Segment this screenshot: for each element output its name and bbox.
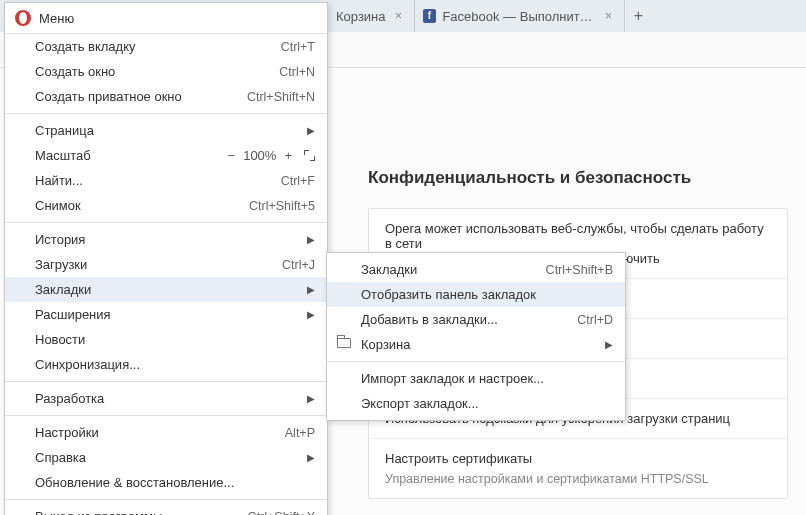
menu-item-label: Корзина <box>361 337 411 352</box>
settings-intro-line1: Opera может использовать веб-службы, что… <box>385 221 771 251</box>
menu-item-label: Разработка <box>35 391 104 406</box>
menu-item-label: Синхронизация... <box>35 357 140 372</box>
opera-icon <box>15 10 31 26</box>
menu-item-label: Создать приватное окно <box>35 89 182 104</box>
submenu-import[interactable]: Импорт закладок и настроек... <box>327 366 625 391</box>
tab-2[interactable]: f Facebook — Выполните в × <box>415 0 625 32</box>
tab-2-label: Facebook — Выполните в <box>442 9 595 24</box>
section-heading: Конфиденциальность и безопасность <box>368 168 788 188</box>
menu-find[interactable]: Найти... Ctrl+F <box>5 168 327 193</box>
zoom-value: 100% <box>243 148 276 163</box>
menu-item-label: Найти... <box>35 173 83 188</box>
menu-separator <box>5 499 327 500</box>
menu-developer[interactable]: Разработка ▶ <box>5 386 327 411</box>
chevron-right-icon: ▶ <box>307 309 315 320</box>
submenu-trash[interactable]: Корзина ▶ <box>327 332 625 357</box>
menu-item-label: Загрузки <box>35 257 87 272</box>
menu-item-label: Закладки <box>361 262 417 277</box>
menu-page[interactable]: Страница ▶ <box>5 118 327 143</box>
menu-item-label: Экспорт закладок... <box>361 396 479 411</box>
settings-row-certs-sub: Управление настройками и сертификатами H… <box>369 468 787 498</box>
chevron-right-icon: ▶ <box>307 125 315 136</box>
menu-item-shortcut: Ctrl+Shift+N <box>247 90 315 104</box>
fullscreen-icon[interactable] <box>304 150 315 161</box>
facebook-icon: f <box>423 9 437 23</box>
menu-item-label: Страница <box>35 123 94 138</box>
chevron-right-icon: ▶ <box>307 284 315 295</box>
menu-header[interactable]: Меню <box>5 3 327 34</box>
menu-new-window[interactable]: Создать окно Ctrl+N <box>5 59 327 84</box>
menu-item-label: Отобразить панель закладок <box>361 287 536 302</box>
menu-item-shortcut: Ctrl+F <box>281 174 315 188</box>
menu-item-label: Новости <box>35 332 85 347</box>
menu-item-shortcut: Alt+P <box>285 426 315 440</box>
menu-separator <box>5 222 327 223</box>
menu-item-label: Снимок <box>35 198 81 213</box>
menu-snapshot[interactable]: Снимок Ctrl+Shift+5 <box>5 193 327 218</box>
zoom-controls: − 100% + <box>228 148 315 163</box>
folder-icon <box>337 338 351 348</box>
close-icon[interactable]: × <box>602 9 616 23</box>
menu-item-label: История <box>35 232 85 247</box>
main-menu: Меню Создать вкладку Ctrl+T Создать окно… <box>4 2 328 515</box>
tab-1-label: Корзина <box>336 9 386 24</box>
submenu-bookmarks[interactable]: Закладки Ctrl+Shift+B <box>327 257 625 282</box>
menu-update[interactable]: Обновление & восстановление... <box>5 470 327 495</box>
menu-title: Меню <box>39 11 74 26</box>
menu-item-label: Расширения <box>35 307 111 322</box>
menu-exit[interactable]: Выход из программы Ctrl+Shift+X <box>5 504 327 515</box>
menu-item-label: Закладки <box>35 282 91 297</box>
menu-item-label: Справка <box>35 450 86 465</box>
menu-downloads[interactable]: Загрузки Ctrl+J <box>5 252 327 277</box>
zoom-in-button[interactable]: + <box>284 148 292 163</box>
bookmarks-submenu: Закладки Ctrl+Shift+B Отобразить панель … <box>326 252 626 421</box>
menu-item-shortcut: Ctrl+Shift+X <box>248 510 315 516</box>
submenu-export[interactable]: Экспорт закладок... <box>327 391 625 416</box>
menu-item-label: Создать окно <box>35 64 115 79</box>
menu-item-shortcut: Ctrl+N <box>279 65 315 79</box>
menu-item-shortcut: Ctrl+J <box>282 258 315 272</box>
menu-separator <box>5 381 327 382</box>
menu-item-label: Импорт закладок и настроек... <box>361 371 544 386</box>
chevron-right-icon: ▶ <box>605 339 613 350</box>
menu-item-shortcut: Ctrl+Shift+B <box>546 263 613 277</box>
menu-item-label: Выход из программы <box>35 509 162 515</box>
close-icon[interactable]: × <box>392 9 406 23</box>
menu-settings[interactable]: Настройки Alt+P <box>5 420 327 445</box>
tab-1[interactable]: Корзина × <box>328 0 415 32</box>
chevron-right-icon: ▶ <box>307 393 315 404</box>
submenu-add-bookmark[interactable]: Добавить в закладки... Ctrl+D <box>327 307 625 332</box>
menu-history[interactable]: История ▶ <box>5 227 327 252</box>
menu-new-tab[interactable]: Создать вкладку Ctrl+T <box>5 34 327 59</box>
menu-item-label: Добавить в закладки... <box>361 312 498 327</box>
menu-separator <box>327 361 625 362</box>
menu-separator <box>5 113 327 114</box>
menu-new-private-window[interactable]: Создать приватное окно Ctrl+Shift+N <box>5 84 327 109</box>
menu-item-label: Обновление & восстановление... <box>35 475 234 490</box>
menu-item-label: Настройки <box>35 425 99 440</box>
zoom-out-button[interactable]: − <box>228 148 236 163</box>
menu-extensions[interactable]: Расширения ▶ <box>5 302 327 327</box>
settings-row-certs[interactable]: Настроить сертификаты <box>369 438 787 468</box>
menu-item-shortcut: Ctrl+D <box>577 313 613 327</box>
menu-item-shortcut: Ctrl+T <box>281 40 315 54</box>
menu-news[interactable]: Новости <box>5 327 327 352</box>
menu-separator <box>5 415 327 416</box>
menu-zoom[interactable]: Масштаб − 100% + <box>5 143 327 168</box>
menu-item-label: Создать вкладку <box>35 39 136 54</box>
chevron-right-icon: ▶ <box>307 234 315 245</box>
menu-item-shortcut: Ctrl+Shift+5 <box>249 199 315 213</box>
menu-bookmarks[interactable]: Закладки ▶ <box>5 277 327 302</box>
menu-help[interactable]: Справка ▶ <box>5 445 327 470</box>
new-tab-button[interactable]: + <box>625 0 653 32</box>
menu-item-label: Масштаб <box>35 148 91 163</box>
submenu-show-bookmarks-bar[interactable]: Отобразить панель закладок <box>327 282 625 307</box>
chevron-right-icon: ▶ <box>307 452 315 463</box>
menu-sync[interactable]: Синхронизация... <box>5 352 327 377</box>
